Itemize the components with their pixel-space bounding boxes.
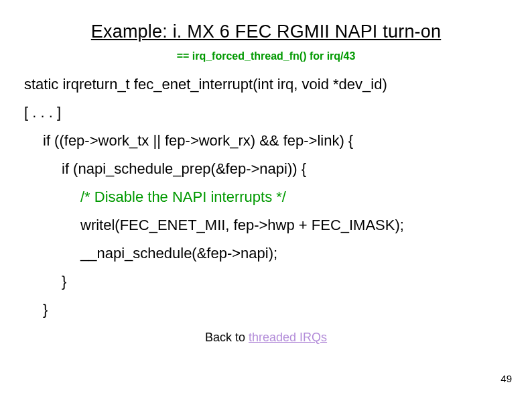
code-line: if ((fep->work_tx || fep->work_rx) && fe… bbox=[24, 133, 508, 148]
code-line: writel(FEC_ENET_MII, fep->hwp + FEC_IMAS… bbox=[24, 218, 508, 233]
slide-subtitle: == irq_forced_thread_fn() for irq/43 bbox=[24, 50, 508, 62]
code-line: static irqreturn_t fec_enet_interrupt(in… bbox=[24, 77, 508, 92]
back-link-prefix: Back to bbox=[205, 331, 249, 344]
code-line: [ . . . ] bbox=[24, 105, 508, 120]
code-line: if (napi_schedule_prep(&fep->napi)) { bbox=[24, 162, 508, 176]
threaded-irqs-link[interactable]: threaded IRQs bbox=[249, 331, 327, 344]
slide: Example: i. MX 6 FEC RGMII NAPI turn-on … bbox=[0, 0, 532, 399]
slide-title: Example: i. MX 6 FEC RGMII NAPI turn-on bbox=[24, 21, 508, 42]
code-line: __napi_schedule(&fep->napi); bbox=[24, 246, 508, 261]
code-block: static irqreturn_t fec_enet_interrupt(in… bbox=[24, 77, 508, 317]
back-link-row: Back to threaded IRQs bbox=[24, 331, 508, 345]
code-comment: /* Disable the NAPI interrupts */ bbox=[24, 190, 508, 205]
code-line: } bbox=[24, 274, 508, 289]
code-line: } bbox=[24, 302, 508, 317]
page-number: 49 bbox=[501, 373, 512, 384]
